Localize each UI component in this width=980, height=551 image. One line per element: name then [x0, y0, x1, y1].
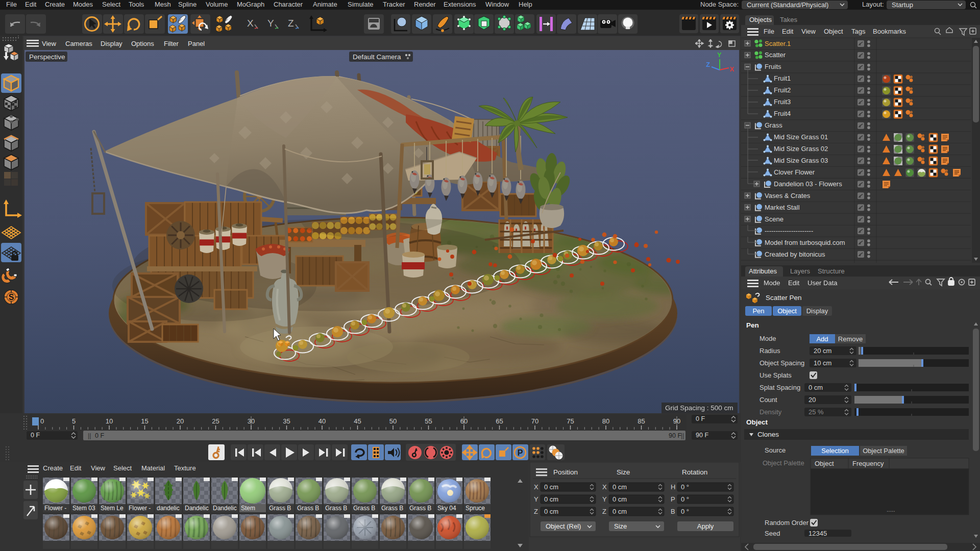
svg-text:75: 75 [567, 417, 574, 425]
svg-text:Market Stall: Market Stall [765, 204, 800, 211]
svg-text:Vases & Crates: Vases & Crates [765, 192, 811, 199]
svg-text:Use Splats: Use Splats [760, 371, 792, 379]
svg-text:Mid Size Grass 02: Mid Size Grass 02 [774, 145, 828, 153]
svg-text:Mid Size Grass 03: Mid Size Grass 03 [774, 157, 828, 164]
svg-text:Fruit3: Fruit3 [774, 98, 791, 106]
svg-text:12345: 12345 [808, 530, 827, 537]
svg-text:80: 80 [602, 417, 609, 425]
svg-text:35: 35 [283, 417, 290, 425]
svg-text:0 F: 0 F [95, 432, 104, 439]
svg-text:Object Spacing: Object Spacing [760, 359, 804, 367]
svg-text:0 cm: 0 cm [544, 508, 558, 515]
svg-text:Y: Y [717, 51, 722, 59]
svg-text:90 F: 90 F [696, 432, 708, 439]
svg-text:0 °: 0 ° [681, 508, 689, 515]
svg-text:Count: Count [760, 396, 777, 404]
svg-text:Fruit2: Fruit2 [774, 86, 791, 94]
svg-text:Scatter.1: Scatter.1 [765, 40, 791, 47]
svg-text:20 cm: 20 cm [814, 347, 831, 355]
svg-text:0 cm: 0 cm [612, 508, 627, 515]
svg-text:Density: Density [760, 408, 782, 416]
svg-text:Grass B: Grass B [381, 505, 403, 512]
svg-text:0 cm: 0 cm [612, 495, 627, 503]
svg-text:Scatter: Scatter [765, 51, 786, 59]
svg-text:Flower -: Flower - [44, 505, 66, 512]
svg-text:70: 70 [531, 417, 538, 425]
svg-text:P: P [671, 495, 675, 503]
svg-text:0: 0 [40, 417, 44, 425]
svg-text:Grass B: Grass B [325, 505, 347, 512]
svg-text:90 F: 90 F [669, 432, 681, 439]
svg-text:15: 15 [141, 417, 148, 425]
svg-text:25: 25 [212, 417, 219, 425]
svg-text:5: 5 [72, 417, 76, 425]
svg-text:Mid Size Grass 01: Mid Size Grass 01 [774, 133, 828, 141]
svg-text:Object Palette: Object Palette [763, 459, 804, 467]
svg-text:10: 10 [106, 417, 113, 425]
svg-text:Z: Z [288, 18, 294, 29]
svg-text:0 °: 0 ° [681, 483, 689, 491]
svg-text:Selection: Selection [821, 447, 848, 455]
svg-text:Mode: Mode [764, 279, 780, 287]
svg-text:Y: Y [602, 495, 607, 503]
svg-text:X: X [602, 483, 607, 491]
svg-text:Tags: Tags [851, 28, 866, 35]
svg-text:User Data: User Data [807, 279, 838, 287]
svg-text:Pen: Pen [746, 321, 759, 329]
svg-text:Grass B: Grass B [353, 505, 375, 512]
svg-text:Frequency: Frequency [852, 460, 884, 467]
svg-text:40: 40 [318, 417, 326, 425]
svg-text:Spruce: Spruce [465, 505, 485, 512]
svg-text:Size: Size [614, 522, 627, 530]
svg-text:0 cm: 0 cm [544, 483, 558, 491]
svg-text:Display: Display [806, 307, 828, 315]
svg-text:Default Camera: Default Camera [353, 53, 401, 61]
svg-text:Z: Z [534, 508, 538, 515]
svg-text:Grass B: Grass B [297, 505, 319, 512]
svg-text:50: 50 [389, 417, 397, 425]
svg-text:Scatter Pen: Scatter Pen [766, 294, 802, 302]
svg-text:Size: Size [617, 468, 630, 476]
svg-text:25 %: 25 % [808, 408, 824, 416]
svg-text:0 F: 0 F [31, 432, 40, 439]
svg-text:Material: Material [141, 464, 165, 472]
svg-text:Sky 04: Sky 04 [437, 505, 456, 512]
svg-text:dandelic: dandelic [157, 505, 180, 512]
svg-text:Bookmarks: Bookmarks [873, 28, 906, 35]
svg-text:Edit: Edit [70, 464, 82, 472]
svg-text:Created by bitonicus: Created by bitonicus [765, 251, 825, 258]
svg-text:Object Palette: Object Palette [863, 447, 904, 455]
svg-text:20: 20 [177, 417, 184, 425]
svg-text:.....: ..... [887, 506, 895, 513]
svg-text:Object: Object [815, 460, 834, 467]
svg-text:View: View [91, 464, 106, 472]
svg-text:20: 20 [808, 396, 816, 404]
svg-text:Clones: Clones [757, 431, 779, 438]
svg-text:----------------------: ---------------------- [765, 227, 813, 235]
svg-text:0 cm: 0 cm [544, 495, 558, 503]
svg-text:View: View [801, 28, 816, 35]
svg-text:Mode: Mode [760, 335, 776, 342]
svg-text:Model from turbosquid.com: Model from turbosquid.com [765, 239, 845, 246]
svg-text:Radius: Radius [760, 347, 780, 355]
svg-text:Layers: Layers [790, 267, 811, 275]
svg-text:Flower -: Flower - [129, 505, 151, 512]
svg-text:||: || [88, 432, 91, 439]
svg-text:Attributes: Attributes [749, 267, 777, 275]
svg-text:Grid Spacing : 500 cm: Grid Spacing : 500 cm [665, 404, 733, 412]
svg-text:Structure: Structure [818, 267, 845, 275]
svg-text:H: H [671, 483, 675, 491]
svg-text:Add: Add [816, 335, 828, 343]
svg-text:Edit: Edit [788, 279, 800, 287]
svg-text:Z: Z [602, 508, 606, 515]
svg-text:Grass: Grass [765, 121, 782, 129]
svg-text:Stem Le: Stem Le [101, 505, 124, 512]
svg-text:Grass B: Grass B [269, 505, 291, 512]
svg-text:Y: Y [534, 495, 538, 503]
svg-text:||: || [681, 432, 684, 439]
svg-text:X: X [534, 483, 538, 491]
svg-text:Edit: Edit [782, 28, 794, 35]
svg-text:Fruits: Fruits [765, 63, 781, 70]
svg-text:Source: Source [765, 446, 786, 454]
svg-text:Create: Create [43, 464, 63, 472]
